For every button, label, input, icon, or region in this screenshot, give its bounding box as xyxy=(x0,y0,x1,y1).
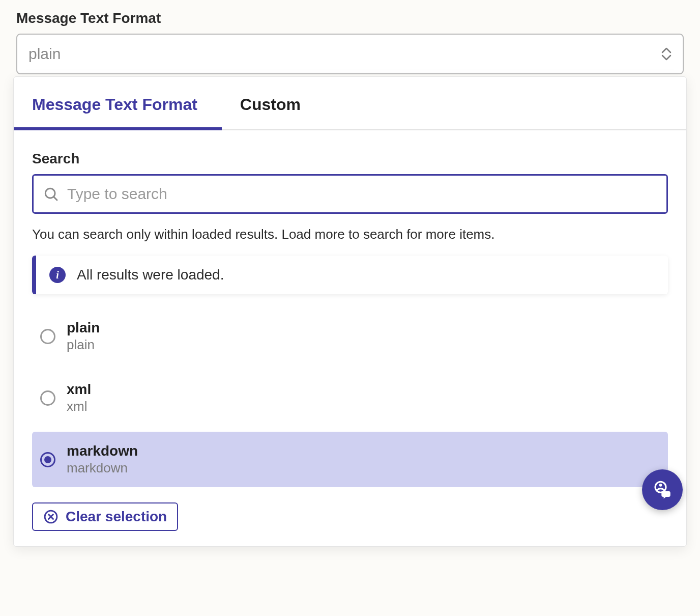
option-subtitle: markdown xyxy=(67,460,138,476)
dropdown-panel: Message Text Format Custom Search You ca… xyxy=(13,76,687,547)
radio-icon xyxy=(40,329,55,344)
option-markdown[interactable]: markdown markdown xyxy=(32,432,668,487)
radio-icon xyxy=(40,452,55,467)
option-plain[interactable]: plain plain xyxy=(32,309,668,364)
radio-icon xyxy=(40,390,55,406)
select-current-value: plain xyxy=(28,45,61,63)
field-label: Message Text Format xyxy=(16,10,700,26)
clear-selection-button[interactable]: Clear selection xyxy=(32,502,178,531)
svg-point-6 xyxy=(659,484,662,487)
search-hint: You can search only within loaded result… xyxy=(32,225,668,243)
info-icon: i xyxy=(49,267,66,283)
help-chat-fab[interactable] xyxy=(642,469,683,510)
options-list: plain plain xml xml markdown markdown xyxy=(32,309,668,487)
tabs: Message Text Format Custom xyxy=(14,77,686,130)
svg-line-1 xyxy=(54,197,57,200)
search-input[interactable] xyxy=(67,185,657,203)
chat-support-icon xyxy=(652,479,673,500)
search-icon xyxy=(43,186,59,202)
option-title: markdown xyxy=(67,443,138,459)
tab-message-text-format[interactable]: Message Text Format xyxy=(14,77,222,129)
chevron-updown-icon xyxy=(661,47,672,61)
svg-point-5 xyxy=(655,482,666,492)
info-banner-text: All results were loaded. xyxy=(77,267,224,283)
option-subtitle: xml xyxy=(67,399,91,414)
option-title: xml xyxy=(67,381,91,398)
option-xml[interactable]: xml xml xyxy=(32,370,668,426)
tab-custom[interactable]: Custom xyxy=(222,77,325,129)
search-input-wrap[interactable] xyxy=(32,174,668,214)
clear-selection-label: Clear selection xyxy=(66,509,167,525)
option-subtitle: plain xyxy=(67,337,100,353)
option-title: plain xyxy=(67,320,100,336)
format-select[interactable]: plain xyxy=(16,34,684,74)
close-circle-icon xyxy=(43,509,59,524)
info-banner: i All results were loaded. xyxy=(32,256,668,294)
search-label: Search xyxy=(32,151,668,167)
